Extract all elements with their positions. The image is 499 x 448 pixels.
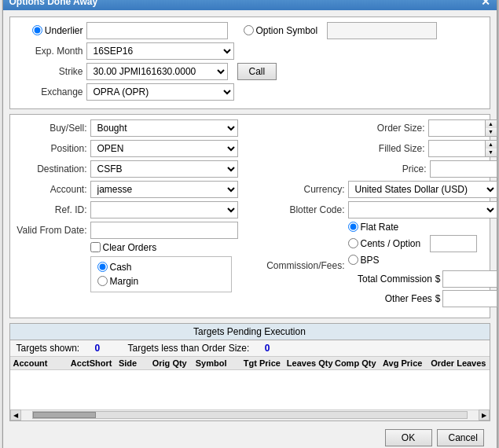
currency-select[interactable]: United States Dollar (USD) <box>348 181 497 198</box>
cash-radio-label[interactable]: Cash <box>97 262 218 273</box>
strike-select[interactable]: 30.00 JPMI161630.0000 <box>86 63 228 80</box>
ref-id-row: Ref. ID: <box>17 201 260 218</box>
col-orig-qty: Orig Qty <box>152 358 196 368</box>
bps-radio[interactable] <box>348 255 358 265</box>
other-fees-label: Other Fees <box>348 293 432 304</box>
title-bar: Options Done Away ✕ <box>3 0 497 10</box>
order-size-down[interactable]: ▼ <box>486 128 497 136</box>
right-col: Order Size: 250 ▲ ▼ Filled Size: <box>266 119 497 313</box>
buy-sell-row: Buy/Sell: Bought <box>17 119 260 137</box>
cash-radio[interactable] <box>97 262 108 272</box>
blotter-code-select[interactable] <box>348 201 497 218</box>
exchange-select[interactable]: OPRA (OPR) <box>86 83 234 101</box>
order-size-row: Order Size: 250 ▲ ▼ <box>266 119 497 137</box>
underlier-label: Underlier <box>45 25 83 36</box>
valid-from-input[interactable]: Aug 22, 2016 <box>90 222 238 239</box>
exp-month-select[interactable]: 16SEP16 <box>86 42 234 60</box>
destination-select[interactable]: CSFB <box>90 160 238 178</box>
account-label: Account: <box>17 184 87 195</box>
targets-section: Targets Pending Execution Targets shown:… <box>9 323 490 421</box>
targets-header: Targets Pending Execution <box>10 324 490 340</box>
col-account: Account <box>13 358 71 368</box>
underlier-input[interactable]: JPM <box>86 22 228 39</box>
buy-sell-label: Buy/Sell: <box>17 123 87 134</box>
filled-size-spin-buttons: ▲ ▼ <box>485 140 497 157</box>
cash-row: Cash <box>97 262 225 273</box>
main-section: Buy/Sell: Bought Position: OPEN <box>9 114 490 318</box>
filled-size-label: Filled Size: <box>347 143 425 154</box>
order-size-spinbox: 250 ▲ ▼ <box>428 119 497 137</box>
strike-label: Strike <box>17 66 83 77</box>
ok-button[interactable]: OK <box>385 429 432 446</box>
cash-margin-box: Cash Margin <box>90 256 232 292</box>
cents-option-radio[interactable] <box>348 238 358 248</box>
total-commission-row: Total Commission $ 0.00 <box>348 270 497 288</box>
margin-radio-label[interactable]: Margin <box>97 276 218 287</box>
order-size-input[interactable]: 250 <box>428 119 485 137</box>
position-row: Position: OPEN <box>17 140 260 157</box>
scroll-left-arrow[interactable]: ◀ <box>10 409 21 420</box>
col-acctshort: AcctShort <box>71 358 119 368</box>
targets-column-headers: Account AcctShort Side Orig Qty Symbol T… <box>10 357 490 370</box>
buy-sell-select[interactable]: Bought <box>90 119 238 137</box>
other-fees-row: Other Fees $ <box>348 290 497 307</box>
targets-less-value: 0 <box>265 343 270 354</box>
exchange-row: Exchange OPRA (OPR) <box>17 83 483 101</box>
blotter-code-label: Blotter Code: <box>266 204 345 215</box>
exchange-label: Exchange <box>17 86 83 97</box>
filled-size-row: Filled Size: 250 ▲ ▼ <box>266 140 497 157</box>
flat-rate-label: Flat Rate <box>361 222 399 233</box>
targets-shown-value: 0 <box>95 343 101 354</box>
col-tgt-price: Tgt Price <box>244 358 287 368</box>
main-window: Options Done Away ✕ Underlier JPM Option… <box>2 0 497 448</box>
col-avg-price: Avg Price <box>383 358 431 368</box>
destination-row: Destination: CSFB <box>17 160 260 178</box>
filled-size-up[interactable]: ▲ <box>486 141 497 149</box>
hscrollbar-track[interactable] <box>32 411 468 419</box>
account-select[interactable]: jamesse <box>90 181 238 198</box>
position-select[interactable]: OPEN <box>90 140 238 157</box>
order-size-up[interactable]: ▲ <box>486 120 497 128</box>
other-fees-input[interactable] <box>442 290 497 307</box>
cents-option-row: Cents / Option 0.00 <box>348 235 497 252</box>
hscrollbar-thumb[interactable] <box>33 412 96 418</box>
price-input[interactable]: 65.81 <box>430 160 497 178</box>
option-symbol-input[interactable]: JPMI161630.0000 <box>327 22 437 39</box>
strike-row: Strike 30.00 JPMI161630.0000 Call <box>17 63 483 80</box>
other-fees-dollar: $ <box>435 293 441 304</box>
filled-size-input[interactable]: 250 <box>428 140 485 157</box>
currency-row: Currency: United States Dollar (USD) <box>266 181 497 198</box>
horizontal-scrollbar: ◀ ▶ <box>10 409 490 420</box>
targets-body <box>10 370 490 409</box>
bps-radio-label[interactable]: BPS <box>348 255 380 266</box>
ref-id-select[interactable] <box>90 201 238 218</box>
underlier-row: Underlier JPM Option Symbol JPMI161630.0… <box>17 22 483 39</box>
content-area: Underlier JPM Option Symbol JPMI161630.0… <box>3 10 497 449</box>
position-label: Position: <box>17 143 87 154</box>
call-button[interactable]: Call <box>237 63 277 80</box>
cancel-button[interactable]: Cancel <box>437 429 484 446</box>
col-leaves-qty: Leaves Qty <box>287 358 335 368</box>
option-symbol-radio[interactable] <box>244 25 254 35</box>
margin-radio[interactable] <box>97 276 108 286</box>
underlier-radio[interactable] <box>32 25 42 35</box>
total-commission-label: Total Commission <box>348 274 432 285</box>
left-col: Buy/Sell: Bought Position: OPEN <box>17 119 260 313</box>
flat-rate-radio-label[interactable]: Flat Rate <box>348 222 399 233</box>
col-symbol: Symbol <box>196 358 244 368</box>
close-button[interactable]: ✕ <box>481 0 490 7</box>
total-commission-input[interactable]: 0.00 <box>442 270 497 288</box>
col-order-leaves: Order Leaves <box>431 358 486 368</box>
filled-size-down[interactable]: ▼ <box>486 149 497 156</box>
bps-row: BPS <box>348 255 497 266</box>
order-size-label: Order Size: <box>347 123 425 134</box>
cents-input[interactable]: 0.00 <box>430 235 477 252</box>
clear-orders-checkbox[interactable] <box>90 242 101 252</box>
valid-from-label: Valid From Date: <box>17 225 87 236</box>
scroll-right-arrow[interactable]: ▶ <box>479 409 490 420</box>
exp-month-row: Exp. Month 16SEP16 <box>17 42 483 60</box>
currency-label: Currency: <box>266 184 345 195</box>
cents-radio-label[interactable]: Cents / Option <box>348 238 421 249</box>
flat-rate-radio[interactable] <box>348 222 358 232</box>
commission-fees-row: Commission/Fees: Flat Rate <box>266 222 497 310</box>
